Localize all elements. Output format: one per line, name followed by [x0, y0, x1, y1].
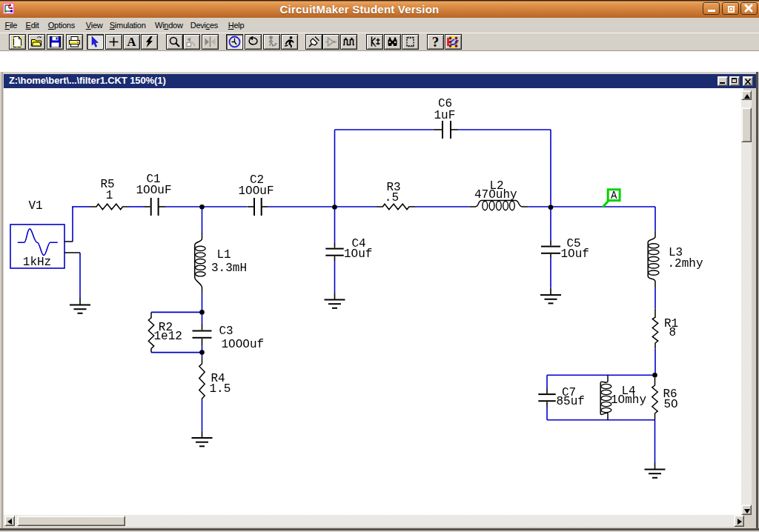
svg-text:?: ?	[431, 36, 439, 48]
svg-text:A: A	[127, 36, 136, 48]
